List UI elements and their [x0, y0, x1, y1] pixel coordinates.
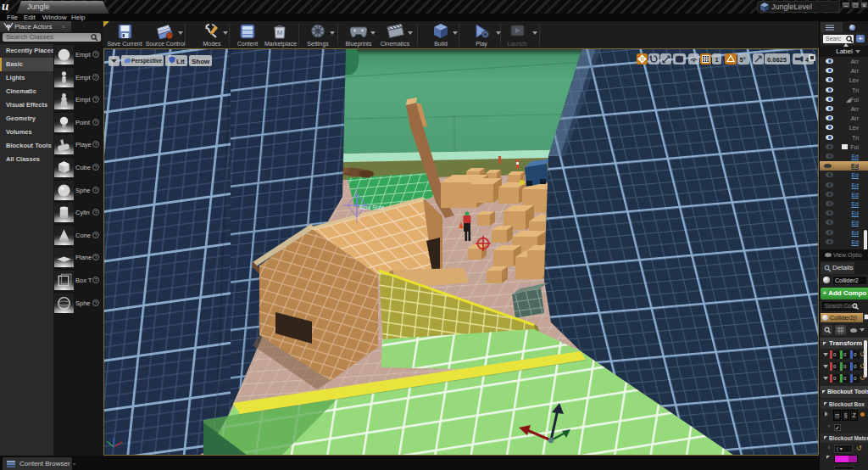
svg-text:Perspective: Perspective [131, 57, 162, 64]
svg-text:5°: 5° [740, 56, 746, 64]
svg-text:Lit: Lit [176, 58, 185, 65]
svg-text:0.0625: 0.0625 [767, 56, 787, 64]
svg-text:Box Size: Box Size [359, 204, 385, 211]
svg-text:1: 1 [715, 56, 719, 64]
svg-text:Show: Show [192, 58, 210, 65]
svg-text:M: M [277, 29, 283, 36]
